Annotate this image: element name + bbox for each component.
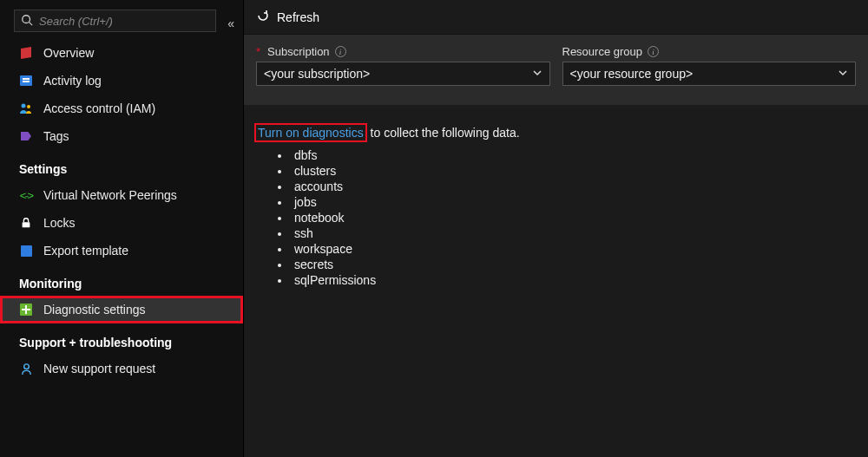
svg-point-2	[22, 104, 26, 108]
sidebar-item-access-control[interactable]: Access control (IAM)	[0, 95, 243, 122]
subscription-label: * Subscription i	[256, 45, 550, 58]
chevron-down-icon	[532, 67, 542, 81]
subscription-field: * Subscription i <your subscription>	[256, 45, 550, 86]
collapse-sidebar-icon[interactable]: «	[227, 16, 234, 30]
list-item: sqlPermissions	[291, 273, 856, 287]
list-item: dbfs	[291, 148, 856, 162]
list-item: workspace	[291, 242, 856, 256]
filter-row: * Subscription i <your subscription> Res…	[244, 35, 868, 105]
network-icon: <··>	[19, 188, 33, 202]
refresh-button[interactable]: Refresh	[277, 10, 319, 24]
svg-rect-4	[23, 222, 30, 227]
info-icon[interactable]: i	[335, 46, 346, 57]
subscription-label-text: Subscription	[267, 45, 330, 58]
activity-log-icon	[19, 74, 33, 88]
subscription-select[interactable]: <your subscription>	[256, 62, 550, 86]
required-indicator: *	[256, 45, 260, 58]
export-template-icon	[19, 244, 33, 258]
diagnostics-suffix: to collect the following data.	[367, 126, 520, 140]
sidebar: « Overview Activity log Access control (…	[0, 0, 244, 457]
resource-group-value: <your resource group>	[570, 67, 694, 81]
toolbar: Refresh	[244, 0, 868, 35]
sidebar-item-activity-log[interactable]: Activity log	[0, 67, 243, 95]
sidebar-item-label: Diagnostic settings	[43, 303, 146, 317]
svg-point-5	[23, 363, 29, 369]
sidebar-item-label: Virtual Network Peerings	[43, 188, 177, 202]
chevron-down-icon	[838, 67, 848, 81]
diagnostic-icon	[19, 303, 33, 317]
main-panel: Refresh * Subscription i <your subscript…	[244, 0, 868, 457]
sidebar-item-label: Export template	[43, 244, 128, 258]
sidebar-item-locks[interactable]: Locks	[0, 209, 243, 237]
resource-group-label: Resource group i	[562, 45, 857, 58]
refresh-icon[interactable]	[256, 9, 270, 25]
diagnostics-data-list: dbfs clusters accounts jobs notebook ssh…	[291, 148, 856, 287]
lock-icon	[19, 216, 33, 230]
diagnostics-prompt: Turn on diagnostics to collect the follo…	[256, 126, 856, 140]
resource-group-label-text: Resource group	[562, 45, 643, 58]
sidebar-item-label: Locks	[43, 216, 76, 230]
resource-group-field: Resource group i <your resource group>	[562, 45, 857, 86]
sidebar-item-diagnostic-settings[interactable]: Diagnostic settings	[0, 296, 243, 323]
sidebar-item-label: Activity log	[43, 74, 102, 88]
info-icon[interactable]: i	[648, 46, 659, 57]
sidebar-item-new-support-request[interactable]: New support request	[0, 355, 243, 382]
tag-icon	[19, 129, 33, 143]
sidebar-item-vnet-peerings[interactable]: <··> Virtual Network Peerings	[0, 181, 243, 209]
section-header-settings: Settings	[0, 150, 243, 181]
list-item: ssh	[291, 226, 856, 240]
list-item: notebook	[291, 211, 856, 225]
support-icon	[19, 362, 33, 375]
section-header-support: Support + troubleshooting	[0, 323, 243, 355]
sidebar-item-export-template[interactable]: Export template	[0, 237, 243, 264]
sidebar-item-overview[interactable]: Overview	[0, 39, 243, 67]
content-area: Turn on diagnostics to collect the follo…	[244, 105, 868, 310]
svg-point-3	[27, 105, 30, 108]
svg-point-0	[23, 16, 30, 23]
sidebar-item-label: Overview	[43, 46, 94, 60]
list-item: jobs	[291, 195, 856, 209]
svg-line-1	[30, 23, 33, 26]
turn-on-diagnostics-link[interactable]: Turn on diagnostics	[256, 125, 365, 140]
resource-group-select[interactable]: <your resource group>	[562, 62, 857, 86]
search-input[interactable]	[14, 10, 216, 32]
access-control-icon	[19, 101, 33, 115]
subscription-value: <your subscription>	[264, 67, 370, 81]
list-item: secrets	[291, 258, 856, 271]
sidebar-item-label: Access control (IAM)	[43, 101, 155, 115]
sidebar-item-label: New support request	[43, 362, 155, 375]
search-icon	[21, 14, 33, 26]
cube-icon	[19, 46, 33, 60]
section-header-monitoring: Monitoring	[0, 264, 243, 296]
sidebar-item-label: Tags	[43, 129, 69, 143]
sidebar-item-tags[interactable]: Tags	[0, 122, 243, 150]
list-item: clusters	[291, 164, 856, 178]
list-item: accounts	[291, 180, 856, 193]
